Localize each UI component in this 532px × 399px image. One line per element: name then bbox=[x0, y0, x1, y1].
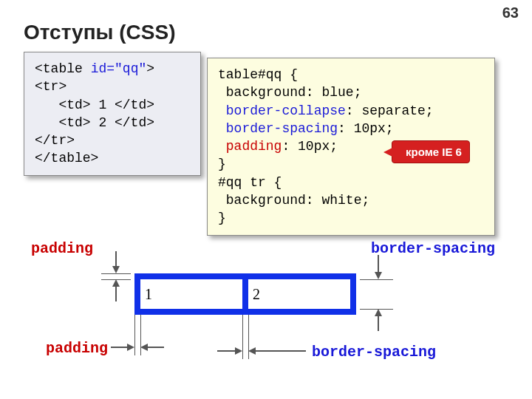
code-line: </tr> bbox=[35, 133, 75, 148]
code-line: <table bbox=[35, 61, 91, 76]
diagram: padding padding border-spacing border-sp… bbox=[24, 244, 504, 392]
code-line: background: white; bbox=[218, 193, 369, 208]
page-title: Отступы (CSS) bbox=[24, 21, 176, 44]
code-line: : 10px; bbox=[282, 139, 338, 154]
code-keyword: id="qq" bbox=[91, 61, 147, 76]
code-keyword: padding bbox=[226, 139, 282, 154]
padding-label-top: padding bbox=[31, 240, 93, 257]
code-line: <td> 2 </td> bbox=[35, 115, 154, 130]
page-number: 63 bbox=[502, 4, 519, 21]
code-line: <td> 1 </td> bbox=[35, 98, 154, 112]
code-keyword: border-spacing bbox=[226, 121, 338, 136]
spacing-label-top: border-spacing bbox=[371, 240, 495, 257]
demo-table: 1 2 bbox=[134, 273, 356, 315]
code-line: <tr> bbox=[35, 79, 66, 94]
demo-cell-2: 2 bbox=[248, 279, 350, 309]
padding-label-bottom: padding bbox=[46, 340, 108, 357]
code-keyword: border-collapse bbox=[226, 103, 346, 118]
code-line bbox=[218, 139, 226, 154]
code-line: > bbox=[146, 61, 154, 76]
callout-badge: кроме IE 6 bbox=[392, 140, 470, 163]
code-line: </table> bbox=[35, 151, 98, 166]
html-code-block: <table id="qq"> <tr> <td> 1 </td> <td> 2… bbox=[24, 52, 201, 176]
spacing-label-bottom: border-spacing bbox=[312, 344, 436, 361]
code-line bbox=[218, 121, 226, 136]
code-line: } bbox=[218, 157, 226, 171]
code-line: #qq tr { bbox=[218, 175, 282, 190]
demo-cell-1: 1 bbox=[140, 279, 242, 309]
code-line bbox=[218, 103, 226, 118]
code-line: : 10px; bbox=[338, 121, 394, 136]
code-line: : separate; bbox=[346, 103, 434, 118]
code-line: background: blue; bbox=[218, 85, 361, 100]
code-line: } bbox=[218, 211, 226, 225]
code-line: table#qq { bbox=[218, 67, 298, 82]
